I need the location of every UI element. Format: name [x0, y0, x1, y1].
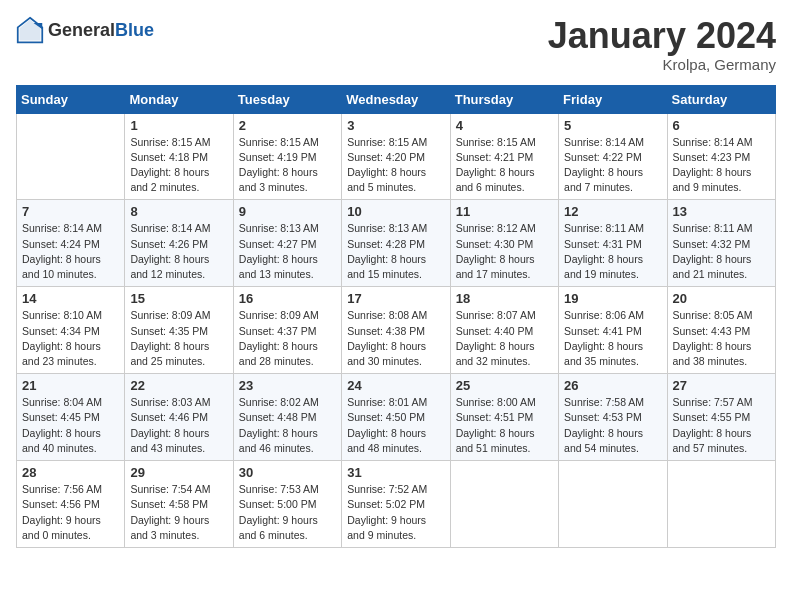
day-number: 23 — [239, 378, 336, 393]
day-info: Sunrise: 7:54 AMSunset: 4:58 PMDaylight:… — [130, 482, 227, 543]
calendar-week-row: 1Sunrise: 8:15 AMSunset: 4:18 PMDaylight… — [17, 113, 776, 200]
day-info: Sunrise: 8:15 AMSunset: 4:19 PMDaylight:… — [239, 135, 336, 196]
day-info: Sunrise: 7:52 AMSunset: 5:02 PMDaylight:… — [347, 482, 444, 543]
page-header: GeneralBlue January 2024 Krolpa, Germany — [16, 16, 776, 73]
location: Krolpa, Germany — [548, 56, 776, 73]
day-info: Sunrise: 8:11 AMSunset: 4:31 PMDaylight:… — [564, 221, 661, 282]
day-info: Sunrise: 8:14 AMSunset: 4:24 PMDaylight:… — [22, 221, 119, 282]
day-info: Sunrise: 7:58 AMSunset: 4:53 PMDaylight:… — [564, 395, 661, 456]
day-number: 8 — [130, 204, 227, 219]
weekday-header-tuesday: Tuesday — [233, 85, 341, 113]
calendar-cell: 2Sunrise: 8:15 AMSunset: 4:19 PMDaylight… — [233, 113, 341, 200]
calendar-cell: 14Sunrise: 8:10 AMSunset: 4:34 PMDayligh… — [17, 287, 125, 374]
calendar-cell: 1Sunrise: 8:15 AMSunset: 4:18 PMDaylight… — [125, 113, 233, 200]
weekday-header-monday: Monday — [125, 85, 233, 113]
day-number: 31 — [347, 465, 444, 480]
day-number: 21 — [22, 378, 119, 393]
calendar-cell: 7Sunrise: 8:14 AMSunset: 4:24 PMDaylight… — [17, 200, 125, 287]
day-number: 24 — [347, 378, 444, 393]
calendar-cell: 3Sunrise: 8:15 AMSunset: 4:20 PMDaylight… — [342, 113, 450, 200]
day-number: 27 — [673, 378, 770, 393]
calendar-cell: 15Sunrise: 8:09 AMSunset: 4:35 PMDayligh… — [125, 287, 233, 374]
day-number: 25 — [456, 378, 553, 393]
day-info: Sunrise: 8:13 AMSunset: 4:27 PMDaylight:… — [239, 221, 336, 282]
logo-icon — [16, 16, 44, 44]
calendar-cell — [17, 113, 125, 200]
calendar-cell: 17Sunrise: 8:08 AMSunset: 4:38 PMDayligh… — [342, 287, 450, 374]
day-info: Sunrise: 8:05 AMSunset: 4:43 PMDaylight:… — [673, 308, 770, 369]
calendar-cell — [559, 461, 667, 548]
calendar-cell: 24Sunrise: 8:01 AMSunset: 4:50 PMDayligh… — [342, 374, 450, 461]
day-info: Sunrise: 8:15 AMSunset: 4:21 PMDaylight:… — [456, 135, 553, 196]
day-number: 2 — [239, 118, 336, 133]
day-number: 22 — [130, 378, 227, 393]
day-info: Sunrise: 8:12 AMSunset: 4:30 PMDaylight:… — [456, 221, 553, 282]
calendar-week-row: 14Sunrise: 8:10 AMSunset: 4:34 PMDayligh… — [17, 287, 776, 374]
day-number: 14 — [22, 291, 119, 306]
weekday-header-sunday: Sunday — [17, 85, 125, 113]
calendar-cell: 29Sunrise: 7:54 AMSunset: 4:58 PMDayligh… — [125, 461, 233, 548]
day-info: Sunrise: 8:06 AMSunset: 4:41 PMDaylight:… — [564, 308, 661, 369]
calendar-cell: 21Sunrise: 8:04 AMSunset: 4:45 PMDayligh… — [17, 374, 125, 461]
day-number: 10 — [347, 204, 444, 219]
day-info: Sunrise: 8:04 AMSunset: 4:45 PMDaylight:… — [22, 395, 119, 456]
day-info: Sunrise: 8:13 AMSunset: 4:28 PMDaylight:… — [347, 221, 444, 282]
title-area: January 2024 Krolpa, Germany — [548, 16, 776, 73]
logo-text-blue: Blue — [115, 20, 154, 40]
day-number: 4 — [456, 118, 553, 133]
day-info: Sunrise: 8:15 AMSunset: 4:18 PMDaylight:… — [130, 135, 227, 196]
day-info: Sunrise: 8:15 AMSunset: 4:20 PMDaylight:… — [347, 135, 444, 196]
calendar-cell — [667, 461, 775, 548]
weekday-header-friday: Friday — [559, 85, 667, 113]
weekday-header-row: SundayMondayTuesdayWednesdayThursdayFrid… — [17, 85, 776, 113]
day-info: Sunrise: 8:00 AMSunset: 4:51 PMDaylight:… — [456, 395, 553, 456]
calendar-cell: 5Sunrise: 8:14 AMSunset: 4:22 PMDaylight… — [559, 113, 667, 200]
day-info: Sunrise: 8:09 AMSunset: 4:37 PMDaylight:… — [239, 308, 336, 369]
day-info: Sunrise: 8:08 AMSunset: 4:38 PMDaylight:… — [347, 308, 444, 369]
calendar-cell: 10Sunrise: 8:13 AMSunset: 4:28 PMDayligh… — [342, 200, 450, 287]
day-number: 18 — [456, 291, 553, 306]
day-number: 3 — [347, 118, 444, 133]
calendar-cell — [450, 461, 558, 548]
calendar-cell: 6Sunrise: 8:14 AMSunset: 4:23 PMDaylight… — [667, 113, 775, 200]
calendar-table: SundayMondayTuesdayWednesdayThursdayFrid… — [16, 85, 776, 548]
logo-text-general: General — [48, 20, 115, 40]
calendar-cell: 4Sunrise: 8:15 AMSunset: 4:21 PMDaylight… — [450, 113, 558, 200]
logo: GeneralBlue — [16, 16, 154, 44]
calendar-cell: 27Sunrise: 7:57 AMSunset: 4:55 PMDayligh… — [667, 374, 775, 461]
day-number: 29 — [130, 465, 227, 480]
day-number: 28 — [22, 465, 119, 480]
day-info: Sunrise: 8:01 AMSunset: 4:50 PMDaylight:… — [347, 395, 444, 456]
day-info: Sunrise: 7:57 AMSunset: 4:55 PMDaylight:… — [673, 395, 770, 456]
day-info: Sunrise: 8:14 AMSunset: 4:26 PMDaylight:… — [130, 221, 227, 282]
calendar-cell: 8Sunrise: 8:14 AMSunset: 4:26 PMDaylight… — [125, 200, 233, 287]
day-number: 12 — [564, 204, 661, 219]
weekday-header-saturday: Saturday — [667, 85, 775, 113]
day-number: 16 — [239, 291, 336, 306]
day-number: 6 — [673, 118, 770, 133]
calendar-cell: 19Sunrise: 8:06 AMSunset: 4:41 PMDayligh… — [559, 287, 667, 374]
day-number: 20 — [673, 291, 770, 306]
weekday-header-thursday: Thursday — [450, 85, 558, 113]
day-info: Sunrise: 8:07 AMSunset: 4:40 PMDaylight:… — [456, 308, 553, 369]
calendar-cell: 25Sunrise: 8:00 AMSunset: 4:51 PMDayligh… — [450, 374, 558, 461]
day-info: Sunrise: 8:10 AMSunset: 4:34 PMDaylight:… — [22, 308, 119, 369]
day-number: 11 — [456, 204, 553, 219]
day-number: 1 — [130, 118, 227, 133]
day-info: Sunrise: 8:02 AMSunset: 4:48 PMDaylight:… — [239, 395, 336, 456]
calendar-cell: 26Sunrise: 7:58 AMSunset: 4:53 PMDayligh… — [559, 374, 667, 461]
day-info: Sunrise: 8:09 AMSunset: 4:35 PMDaylight:… — [130, 308, 227, 369]
day-info: Sunrise: 8:03 AMSunset: 4:46 PMDaylight:… — [130, 395, 227, 456]
day-number: 26 — [564, 378, 661, 393]
day-info: Sunrise: 7:53 AMSunset: 5:00 PMDaylight:… — [239, 482, 336, 543]
day-number: 30 — [239, 465, 336, 480]
day-info: Sunrise: 8:14 AMSunset: 4:23 PMDaylight:… — [673, 135, 770, 196]
day-number: 17 — [347, 291, 444, 306]
calendar-cell: 18Sunrise: 8:07 AMSunset: 4:40 PMDayligh… — [450, 287, 558, 374]
calendar-cell: 11Sunrise: 8:12 AMSunset: 4:30 PMDayligh… — [450, 200, 558, 287]
calendar-cell: 22Sunrise: 8:03 AMSunset: 4:46 PMDayligh… — [125, 374, 233, 461]
day-info: Sunrise: 8:14 AMSunset: 4:22 PMDaylight:… — [564, 135, 661, 196]
calendar-cell: 9Sunrise: 8:13 AMSunset: 4:27 PMDaylight… — [233, 200, 341, 287]
calendar-cell: 23Sunrise: 8:02 AMSunset: 4:48 PMDayligh… — [233, 374, 341, 461]
day-number: 7 — [22, 204, 119, 219]
